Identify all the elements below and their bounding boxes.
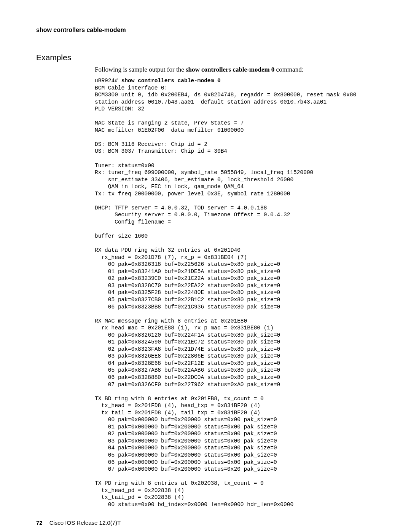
intro-paragraph: Following is sample output for the show …	[95, 66, 384, 73]
footer-release: Cisco IOS Release 12.0(7)T	[49, 519, 121, 526]
page-header-title: show controllers cable-modem	[36, 27, 126, 33]
intro-bold: show controllers cable-modem 0	[186, 66, 274, 73]
intro-prefix: Following is sample output for the	[95, 66, 186, 73]
page-header: show controllers cable-modem	[36, 27, 384, 36]
console-command: show controllers cable-modem 0	[121, 78, 221, 84]
section-heading: Examples	[36, 53, 384, 62]
intro-suffix: command:	[274, 66, 303, 73]
console-output: uBR924# show controllers cable-modem 0 B…	[95, 77, 384, 508]
console-prompt: uBR924#	[95, 78, 121, 84]
console-body: BCM Cable interface 0: BCM3300 unit 0, i…	[95, 85, 356, 508]
page-number: 72	[36, 519, 43, 526]
page-footer: 72Cisco IOS Release 12.0(7)T	[36, 519, 384, 526]
